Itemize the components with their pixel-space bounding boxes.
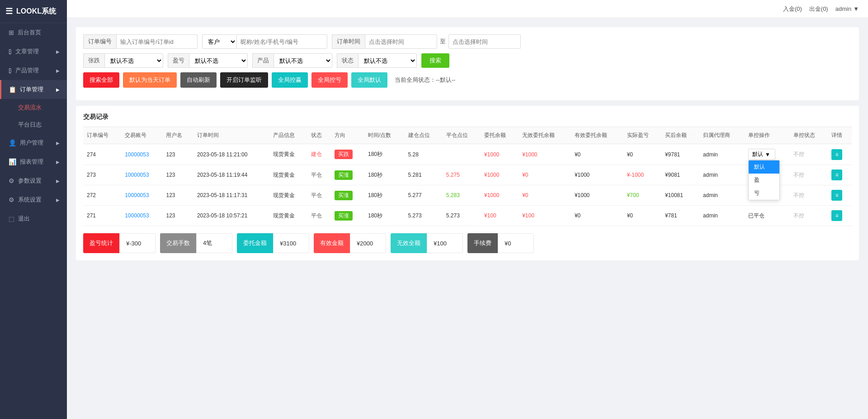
account-link[interactable]: 10000053 [125, 151, 149, 158]
sidebar-item-system[interactable]: ⚙ 系统设置 ▶ [0, 190, 67, 209]
chevron-right-icon: ▶ [56, 179, 60, 184]
detail-icon[interactable]: ≡ [831, 190, 842, 201]
cell-close-price [443, 144, 481, 165]
status-label: 状态 [337, 53, 358, 68]
sidebar-item-product[interactable]: ₿ 产品管理 ▶ [0, 61, 67, 80]
stat-item: 盈亏统计 ¥-300 [83, 233, 160, 253]
topbar: 入金(0) 出金(0) admin ▼ [67, 0, 868, 18]
op-option-win[interactable]: 盈 [749, 174, 779, 187]
cell-detail[interactable]: ≡ [828, 144, 852, 165]
cell-after-balance: ¥10081 [661, 185, 699, 206]
sidebar-item-user[interactable]: 👤 用户管理 ▶ [0, 133, 67, 152]
cell-product: 现货黄金 [269, 165, 307, 185]
open-monitor-button[interactable]: 开启订单监听 [220, 72, 268, 88]
stat-label: 盈亏统计 [83, 233, 119, 253]
filter-area: 订单编号 客户 代理商 订单时间 至 张跌 [76, 27, 859, 100]
order-no-label: 订单编号 [83, 34, 116, 49]
cell-status: 平仓 [307, 165, 331, 185]
col-status: 状态 [307, 127, 331, 144]
time-to-input[interactable] [448, 34, 521, 49]
sidebar-item-platform-log[interactable]: 平台日志 [0, 116, 67, 133]
menu-toggle-icon[interactable]: ☰ [5, 6, 13, 16]
cell-detail[interactable]: ≡ [828, 165, 852, 185]
cell-time-points: 180秒 [364, 165, 405, 185]
cell-commission: ¥1000 [481, 144, 519, 165]
cell-time-points: 180秒 [364, 185, 405, 206]
sidebar-item-article[interactable]: ₿ 文章管理 ▶ [0, 42, 67, 61]
cell-order-no: 271 [83, 206, 121, 226]
cell-order-no: 274 [83, 144, 121, 165]
op-dropdown-button[interactable]: 默认 ▼ [748, 149, 775, 160]
sidebar-item-label: 后台首页 [18, 28, 41, 37]
sidebar-item-label: 参数设置 [18, 177, 42, 185]
time-from-input[interactable] [365, 34, 437, 49]
global-default-button[interactable]: 全局默认 [351, 72, 387, 88]
col-op-status: 单控状态 [790, 127, 828, 144]
search-button[interactable]: 搜索 [421, 53, 449, 68]
cell-actual-pnl: ¥700 [623, 185, 661, 206]
account-link[interactable]: 10000053 [125, 172, 149, 178]
customer-search-input[interactable] [237, 34, 327, 49]
cell-valid-commission: ¥0 [571, 144, 623, 165]
deposit-link[interactable]: 入金(0) [783, 5, 802, 13]
detail-icon[interactable]: ≡ [831, 149, 842, 160]
stat-value: ¥100 [427, 233, 463, 253]
account-link[interactable]: 10000053 [125, 192, 149, 198]
cell-after-balance: ¥9781 [661, 144, 699, 165]
cell-op-status: 不控 [790, 165, 828, 185]
sidebar-item-trade-flow[interactable]: 交易流水 [0, 99, 67, 116]
stat-value: ¥-300 [119, 233, 156, 253]
table-row: 272 10000053 123 2023-05-18 11:17:31 现货黄… [83, 185, 852, 206]
cell-time-points: 180秒 [364, 144, 405, 165]
cell-op[interactable]: 已平仓 [745, 206, 790, 226]
admin-menu[interactable]: admin ▼ [835, 5, 859, 12]
search-all-button[interactable]: 搜索全部 [83, 72, 119, 88]
cell-time-points: 180秒 [364, 206, 405, 226]
product-group: 产品 默认不选 现货黄金 [252, 53, 332, 68]
product-select[interactable]: 默认不选 现货黄金 [274, 53, 332, 68]
cell-op-status: 不控 [790, 185, 828, 206]
cell-detail[interactable]: ≡ [828, 185, 852, 206]
sidebar-sub-label: 交易流水 [18, 104, 42, 111]
pnl-select[interactable]: 默认不选 盈 亏 [189, 53, 248, 68]
param-icon: ⚙ [9, 177, 14, 184]
order-time-group: 订单时间 至 [332, 34, 521, 49]
col-after-balance: 买后余额 [661, 127, 699, 144]
sidebar-item-dashboard[interactable]: ⊞ 后台首页 [0, 23, 67, 42]
sidebar-item-label: 报表管理 [20, 158, 43, 166]
zhang-select[interactable]: 默认不选 涨 跌 [104, 53, 163, 68]
withdraw-link[interactable]: 出金(0) [809, 5, 828, 13]
cell-op[interactable]: 默认 ▼ 默认 盈 亏 [745, 144, 790, 165]
sidebar-item-logout[interactable]: ⬚ 退出 [0, 209, 67, 228]
cell-detail[interactable]: ≡ [828, 206, 852, 226]
default-today-button[interactable]: 默认为当天订单 [123, 72, 177, 88]
order-no-input[interactable] [116, 34, 198, 49]
cell-direction: 买涨 [331, 165, 364, 185]
chevron-right-icon: ▶ [56, 68, 60, 73]
order-time-label: 订单时间 [332, 34, 365, 49]
cell-close-price: 5.273 [443, 206, 481, 226]
status-select[interactable]: 默认不选 建仓 平仓 [358, 53, 417, 68]
data-table: 订单编号 交易账号 用户名 订单时间 产品信息 状态 方向 时间/点数 建仓点位… [83, 127, 852, 226]
detail-icon[interactable]: ≡ [831, 210, 842, 221]
detail-icon[interactable]: ≡ [831, 169, 842, 180]
cell-direction: 买跌 [331, 144, 364, 165]
cell-op-status: 不控 [790, 144, 828, 165]
account-link[interactable]: 10000053 [125, 212, 149, 219]
cell-product: 现货黄金 [269, 144, 307, 165]
op-selected-value: 默认 [752, 151, 763, 158]
sidebar-item-report[interactable]: 📊 报表管理 ▶ [0, 152, 67, 171]
sidebar-item-label: 退出 [18, 215, 30, 223]
global-win-button[interactable]: 全局控赢 [272, 72, 308, 88]
auto-refresh-button[interactable]: 自动刷新 [180, 72, 217, 88]
sidebar-item-order[interactable]: 📋 订单管理 ▶ [0, 80, 67, 99]
op-option-default[interactable]: 默认 [749, 160, 779, 174]
op-option-lose[interactable]: 亏 [749, 187, 779, 200]
op-dropdown-list: 默认 盈 亏 [748, 160, 780, 200]
col-op: 单控操作 [745, 127, 790, 144]
cell-time: 2023-05-18 11:19:44 [193, 165, 269, 185]
global-lose-button[interactable]: 全局控亏 [311, 72, 348, 88]
customer-select[interactable]: 客户 代理商 [202, 34, 237, 49]
cell-product: 现货黄金 [269, 185, 307, 206]
sidebar-item-param[interactable]: ⚙ 参数设置 ▶ [0, 171, 67, 190]
